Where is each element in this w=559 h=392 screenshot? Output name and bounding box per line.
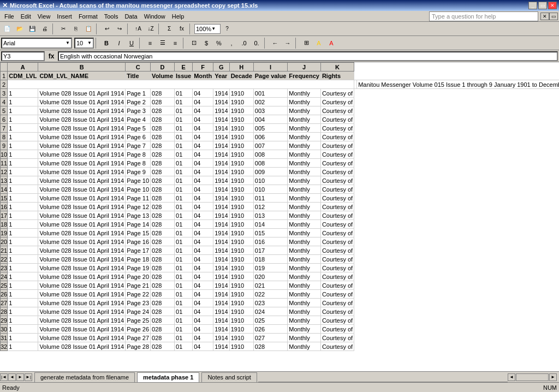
cell-r31-c7[interactable]: 1910 [229, 334, 253, 342]
cell-r12-c9[interactable]: Monthly [288, 168, 321, 176]
cell-r20-c4[interactable]: 01 [175, 237, 193, 246]
percent-button[interactable]: % [213, 37, 225, 49]
cell-r29-c6[interactable]: 1914 [213, 316, 229, 325]
cell-r28-c8[interactable]: 024 [253, 307, 287, 316]
cell-r30-c9[interactable]: Monthly [288, 325, 321, 334]
copy-button[interactable]: ⎘ [70, 23, 82, 35]
cell-r10-c6[interactable]: 1914 [213, 150, 229, 159]
cell-r6-c1[interactable]: Volume 028 Issue 01 April 1914 [38, 115, 126, 124]
cell-r17-c10[interactable]: Courtesy of [320, 211, 354, 220]
cell-r17-c0[interactable]: 1 [8, 211, 38, 220]
cell-r17-c5[interactable]: 04 [193, 211, 213, 220]
cell-r32-c10[interactable]: Courtesy of [320, 342, 354, 351]
cell-r32-c4[interactable]: 01 [175, 342, 193, 351]
cell-r28-c0[interactable]: 1 [8, 307, 38, 316]
cell-r7-c5[interactable]: 04 [193, 124, 213, 133]
new-button[interactable]: 📄 [1, 23, 13, 35]
cell-r8-c9[interactable]: Monthly [288, 133, 321, 141]
menu-tools[interactable]: Tools [101, 12, 122, 21]
cell-r29-c9[interactable]: Monthly [288, 316, 321, 325]
cell-r6-c6[interactable]: 1914 [213, 115, 229, 124]
cell-r25-c10[interactable]: Courtesy of [320, 281, 354, 290]
cell-r26-c10[interactable]: Courtesy of [320, 290, 354, 299]
cell-r31-c6[interactable]: 1914 [213, 334, 229, 342]
cell-r6-c8[interactable]: 004 [253, 115, 287, 124]
cell-r26-c8[interactable]: 022 [253, 290, 287, 299]
cell-r8-c7[interactable]: 1910 [229, 133, 253, 141]
cell-r9-c2[interactable]: Page 7 [126, 141, 151, 150]
cell-r20-c9[interactable]: Monthly [288, 237, 321, 246]
cell-r27-c8[interactable]: 023 [253, 299, 287, 307]
cell-r4-c3[interactable]: 028 [151, 98, 175, 106]
cell-r16-c6[interactable]: 1914 [213, 203, 229, 211]
cell-r13-c6[interactable]: 1914 [213, 176, 229, 185]
help-icon[interactable]: ? [221, 23, 233, 35]
col-header-C[interactable]: C [126, 63, 151, 72]
scroll-right-button[interactable]: ► [549, 373, 557, 381]
cell-r5-c3[interactable]: 028 [151, 106, 175, 115]
cell-r23-c5[interactable]: 04 [193, 264, 213, 272]
font-size-selector[interactable]: 10 ▼ [74, 38, 94, 49]
sheet-tab-1[interactable]: metadata phase 1 [137, 372, 199, 382]
cell-r32-c8[interactable]: 028 [253, 342, 287, 351]
cell-r31-c0[interactable]: 1 [8, 334, 38, 342]
cell-r22-c8[interactable]: 018 [253, 255, 287, 264]
cell-r25-c8[interactable]: 021 [253, 281, 287, 290]
cell-r19-c2[interactable]: Page 15 [126, 229, 151, 237]
cell-r31-c2[interactable]: Page 27 [126, 334, 151, 342]
cell-r9-c1[interactable]: Volume 028 Issue 01 April 1914 [38, 141, 126, 150]
cell-r16-c9[interactable]: Monthly [288, 203, 321, 211]
cell-r31-c9[interactable]: Monthly [288, 334, 321, 342]
cell-r23-c1[interactable]: Volume 028 Issue 01 April 1914 [38, 264, 126, 272]
cell-r10-c10[interactable]: Courtesy of [320, 150, 354, 159]
cell-r18-c7[interactable]: 1910 [229, 220, 253, 229]
cell-r13-c3[interactable]: 028 [151, 176, 175, 185]
cell-r1-c2[interactable]: Title [126, 72, 151, 80]
cell-r24-c0[interactable]: 1 [8, 272, 38, 281]
cell-r16-c8[interactable]: 012 [253, 203, 287, 211]
menu-window[interactable]: Window [141, 12, 169, 21]
cell-r9-c0[interactable]: 1 [8, 141, 38, 150]
sheet-tab-2[interactable]: Notes and script [201, 372, 257, 382]
cell-r21-c1[interactable]: Volume 028 Issue 01 April 1914 [38, 246, 126, 255]
col-header-K[interactable]: K [320, 63, 354, 72]
cell-r20-c3[interactable]: 028 [151, 237, 175, 246]
cell-r32-c7[interactable]: 1910 [229, 342, 253, 351]
cell-r24-c10[interactable]: Courtesy of [320, 272, 354, 281]
align-right-button[interactable]: ≡ [169, 37, 181, 49]
undo-button[interactable]: ↩ [101, 23, 113, 35]
cell-r7-c7[interactable]: 1910 [229, 124, 253, 133]
cell-r23-c10[interactable]: Courtesy of [320, 264, 354, 272]
cell-r16-c5[interactable]: 04 [193, 203, 213, 211]
cell-r29-c3[interactable]: 028 [151, 316, 175, 325]
cell-r19-c4[interactable]: 01 [175, 229, 193, 237]
row-header-2[interactable]: 2 [1, 80, 8, 89]
cell-r12-c0[interactable]: 1 [8, 168, 38, 176]
col-header-H[interactable]: H [229, 63, 253, 72]
cell-r7-c3[interactable]: 028 [151, 124, 175, 133]
cell-r17-c9[interactable]: Monthly [288, 211, 321, 220]
cell-r23-c3[interactable]: 028 [151, 264, 175, 272]
cell-r6-c10[interactable]: Courtesy of [320, 115, 354, 124]
cell-r30-c4[interactable]: 01 [175, 325, 193, 334]
cell-r5-c0[interactable]: 1 [8, 106, 38, 115]
row-header-10[interactable]: 10 [1, 150, 8, 159]
row-header-31[interactable]: 31 [1, 334, 8, 342]
cell-r30-c3[interactable]: 028 [151, 325, 175, 334]
row-header-3[interactable]: 3 [1, 89, 8, 98]
cell-r20-c5[interactable]: 04 [193, 237, 213, 246]
cell-r5-c1[interactable]: Volume 028 Issue 01 April 1914 [38, 106, 126, 115]
cell-r6-c7[interactable]: 1910 [229, 115, 253, 124]
cell-r10-c9[interactable]: Monthly [288, 150, 321, 159]
cell-r14-c2[interactable]: Page 10 [126, 185, 151, 194]
cell-r22-c10[interactable]: Courtesy of [320, 255, 354, 264]
cell-r32-c9[interactable]: Monthly [288, 342, 321, 351]
cell-r4-c6[interactable]: 1914 [213, 98, 229, 106]
cell-r30-c5[interactable]: 04 [193, 325, 213, 334]
cell-r4-c9[interactable]: Monthly [288, 98, 321, 106]
row-header-4[interactable]: 4 [1, 98, 8, 106]
cell-r1-c7[interactable]: Decade [229, 72, 253, 80]
cell-r25-c0[interactable]: 1 [8, 281, 38, 290]
cell-r29-c10[interactable]: Courtesy of [320, 316, 354, 325]
row-header-23[interactable]: 23 [1, 264, 8, 272]
